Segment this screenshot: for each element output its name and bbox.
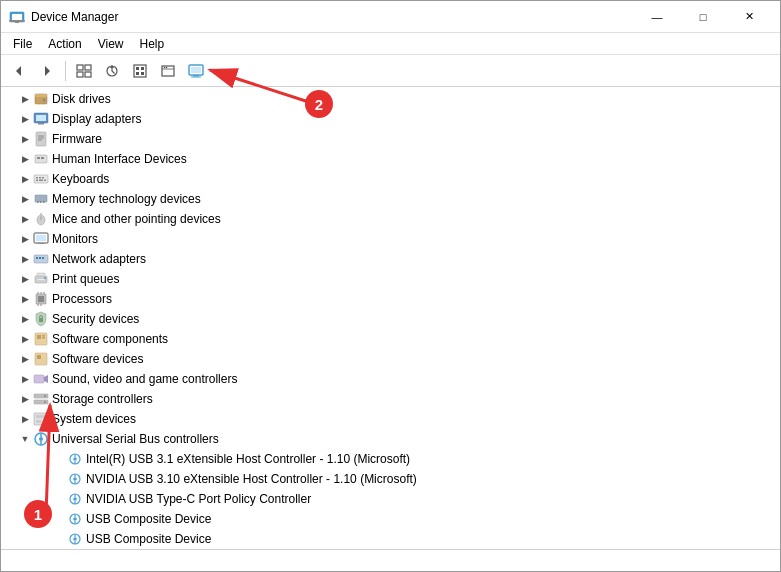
menu-view[interactable]: View [90, 35, 132, 53]
icon-security-devices [33, 311, 49, 327]
icon-keyboards [33, 171, 49, 187]
icon-sound-video [33, 371, 49, 387]
tree-item-storage-controllers[interactable]: ▶ Storage controllers [1, 389, 780, 409]
expander-usb-controllers[interactable]: ▼ [17, 434, 33, 444]
svg-rect-15 [141, 67, 144, 70]
svg-rect-64 [38, 296, 44, 302]
forward-button[interactable] [35, 59, 59, 83]
svg-rect-42 [36, 180, 38, 182]
icon-display-adapters [33, 111, 49, 127]
expander-software-devices[interactable]: ▶ [17, 354, 33, 364]
tree-item-security-devices[interactable]: ▶ Security devices [1, 309, 780, 329]
expander-monitors[interactable]: ▶ [17, 234, 33, 244]
show-hide-button[interactable] [72, 59, 96, 83]
svg-point-27 [43, 99, 46, 102]
tree-item-display-adapters[interactable]: ▶ Display adapters [1, 109, 780, 129]
expander-firmware[interactable]: ▶ [17, 134, 33, 144]
svg-rect-43 [39, 180, 43, 182]
svg-rect-8 [77, 72, 83, 77]
tree-item-usb-composite-1[interactable]: ▶ USB Composite Device [1, 509, 780, 529]
expander-display-adapters[interactable]: ▶ [17, 114, 33, 124]
tree-item-memory-tech[interactable]: ▶ Memory technology devices [1, 189, 780, 209]
icon-usb-composite-1 [67, 511, 83, 527]
label-nvidia-usb: NVIDIA USB 3.10 eXtensible Host Controll… [86, 472, 417, 486]
icon-firmware [33, 131, 49, 147]
svg-rect-39 [36, 177, 38, 179]
minimize-button[interactable]: — [634, 6, 680, 28]
tree-item-processors[interactable]: ▶ Processors [1, 289, 780, 309]
label-keyboards: Keyboards [52, 172, 109, 186]
icon-software-components [33, 331, 49, 347]
svg-rect-84 [34, 413, 48, 425]
label-display-adapters: Display adapters [52, 112, 141, 126]
label-usb-composite-1: USB Composite Device [86, 512, 211, 526]
close-button[interactable]: ✕ [726, 6, 772, 28]
expander-sound-video[interactable]: ▶ [17, 374, 33, 384]
svg-rect-31 [36, 132, 46, 146]
tree-item-software-components[interactable]: ▶ Software components [1, 329, 780, 349]
tree-item-human-interface[interactable]: ▶ Human Interface Devices [1, 149, 780, 169]
svg-rect-54 [38, 243, 44, 244]
tree-item-usb-controllers[interactable]: ▼ Universal Serial Bus controllers [1, 429, 780, 449]
expander-system-devices[interactable]: ▶ [17, 414, 33, 424]
expander-keyboards[interactable]: ▶ [17, 174, 33, 184]
tree-item-sound-video[interactable]: ▶ Sound, video and game controllers [1, 369, 780, 389]
tree-item-intel-usb[interactable]: ▶ Intel(R) USB 3.1 eXtensible Host Contr… [1, 449, 780, 469]
scan-changes-button[interactable] [156, 59, 180, 83]
svg-rect-46 [37, 201, 39, 203]
menu-action[interactable]: Action [40, 35, 89, 53]
monitor-button[interactable] [184, 59, 208, 83]
svg-point-19 [164, 66, 166, 68]
svg-point-96 [73, 477, 77, 481]
expander-memory-tech[interactable]: ▶ [17, 194, 33, 204]
menu-file[interactable]: File [5, 35, 40, 53]
svg-rect-85 [36, 415, 46, 418]
icon-monitors [33, 231, 49, 247]
svg-point-82 [44, 395, 46, 397]
tree-item-nvidia-usb[interactable]: ▶ NVIDIA USB 3.10 eXtensible Host Contro… [1, 469, 780, 489]
svg-rect-12 [134, 65, 146, 77]
device-tree: ▶ Disk drives ▶ Display adapters ▶ [1, 87, 780, 549]
tree-item-nvidia-typec[interactable]: ▶ NVIDIA USB Type-C Port Policy Controll… [1, 489, 780, 509]
expander-processors[interactable]: ▶ [17, 294, 33, 304]
icon-usb-composite-2 [67, 531, 83, 547]
tree-item-firmware[interactable]: ▶ Firmware [1, 129, 780, 149]
expander-human-interface[interactable]: ▶ [17, 154, 33, 164]
expander-mice[interactable]: ▶ [17, 214, 33, 224]
expander-storage-controllers[interactable]: ▶ [17, 394, 33, 404]
icon-network-adapters [33, 251, 49, 267]
back-button[interactable] [7, 59, 31, 83]
tree-item-keyboards[interactable]: ▶ Keyboards [1, 169, 780, 189]
label-security-devices: Security devices [52, 312, 139, 326]
svg-point-104 [73, 517, 77, 521]
label-usb-controllers: Universal Serial Bus controllers [52, 432, 219, 446]
label-network-adapters: Network adapters [52, 252, 146, 266]
icon-print-queues [33, 271, 49, 287]
menu-help[interactable]: Help [132, 35, 173, 53]
tree-item-disk-drives[interactable]: ▶ Disk drives [1, 89, 780, 109]
tree-item-print-queues[interactable]: ▶ Print queues [1, 269, 780, 289]
svg-rect-22 [191, 67, 201, 73]
maximize-button[interactable]: □ [680, 6, 726, 28]
expander-disk-drives[interactable]: ▶ [17, 94, 33, 104]
tree-item-network-adapters[interactable]: ▶ Network adapters [1, 249, 780, 269]
svg-rect-41 [42, 177, 44, 179]
expander-print-queues[interactable]: ▶ [17, 274, 33, 284]
properties-button[interactable] [128, 59, 152, 83]
tree-item-software-devices[interactable]: ▶ Software devices [1, 349, 780, 369]
window-controls: — □ ✕ [634, 6, 772, 28]
icon-human-interface [33, 151, 49, 167]
expander-network-adapters[interactable]: ▶ [17, 254, 33, 264]
tree-item-usb-composite-2[interactable]: ▶ USB Composite Device [1, 529, 780, 549]
tree-item-mice[interactable]: ▶ Mice and other pointing devices [1, 209, 780, 229]
update-driver-button[interactable] [100, 59, 124, 83]
tree-item-monitors[interactable]: ▶ Monitors [1, 229, 780, 249]
content-area[interactable]: ▶ Disk drives ▶ Display adapters ▶ [1, 87, 780, 549]
expander-security-devices[interactable]: ▶ [17, 314, 33, 324]
svg-rect-47 [40, 201, 42, 203]
app-icon [9, 9, 25, 25]
tree-item-system-devices[interactable]: ▶ System devices [1, 409, 780, 429]
expander-software-components[interactable]: ▶ [17, 334, 33, 344]
svg-rect-36 [37, 157, 40, 159]
icon-mice [33, 211, 49, 227]
